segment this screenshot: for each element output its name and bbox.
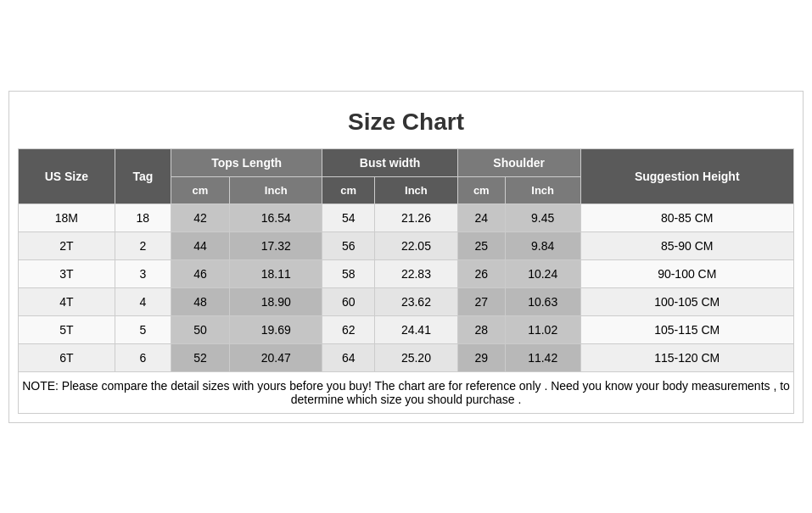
us-size-cell: 2T	[19, 231, 115, 259]
tag-cell: 3	[115, 259, 171, 287]
note-row: NOTE: Please compare the detail sizes wi…	[19, 371, 794, 413]
shoulder-cm-cell: 24	[457, 204, 505, 231]
table-row: 5T 5 50 19.69 62 24.41 28 11.02 105-115 …	[19, 315, 794, 343]
height-cell: 85-90 CM	[580, 231, 793, 259]
bust-cm-cell: 62	[322, 315, 375, 343]
table-row: 2T 2 44 17.32 56 22.05 25 9.84 85-90 CM	[19, 231, 794, 259]
us-size-cell: 6T	[19, 343, 115, 371]
tops-cm-cell: 52	[171, 343, 229, 371]
size-chart-container: Size Chart US Size Tag Tops Length Bust …	[8, 91, 804, 423]
tops-cm-cell: 46	[171, 259, 229, 287]
tops-inch-cell: 18.90	[229, 287, 322, 315]
us-size-cell: 18M	[19, 204, 115, 231]
tag-cell: 18	[115, 204, 171, 231]
shoulder-inch-header: Inch	[505, 176, 580, 204]
table-row: 4T 4 48 18.90 60 23.62 27 10.63 100-105 …	[19, 287, 794, 315]
bust-inch-header: Inch	[375, 176, 458, 204]
tops-inch-cell: 18.11	[229, 259, 322, 287]
bust-cm-header: cm	[322, 176, 375, 204]
us-size-cell: 3T	[19, 259, 115, 287]
bust-cm-cell: 54	[322, 204, 375, 231]
tops-inch-cell: 20.47	[229, 343, 322, 371]
us-size-cell: 5T	[19, 315, 115, 343]
size-chart-table: US Size Tag Tops Length Bust width Shoul…	[18, 148, 794, 414]
table-body: 18M 18 42 16.54 54 21.26 24 9.45 80-85 C…	[19, 204, 794, 371]
tops-inch-cell: 17.32	[229, 231, 322, 259]
table-row: 3T 3 46 18.11 58 22.83 26 10.24 90-100 C…	[19, 259, 794, 287]
bust-width-header: Bust width	[322, 148, 457, 176]
tops-cm-cell: 50	[171, 315, 229, 343]
us-size-cell: 4T	[19, 287, 115, 315]
tops-cm-cell: 48	[171, 287, 229, 315]
shoulder-inch-cell: 9.45	[505, 204, 580, 231]
height-cell: 115-120 CM	[580, 343, 793, 371]
us-size-header: US Size	[19, 148, 115, 204]
tops-length-header: Tops Length	[171, 148, 322, 176]
shoulder-cm-cell: 27	[457, 287, 505, 315]
shoulder-cm-cell: 29	[457, 343, 505, 371]
bust-inch-cell: 22.83	[375, 259, 458, 287]
tag-cell: 4	[115, 287, 171, 315]
bust-inch-cell: 23.62	[375, 287, 458, 315]
shoulder-header: Shoulder	[457, 148, 580, 176]
tops-inch-cell: 19.69	[229, 315, 322, 343]
shoulder-inch-cell: 10.24	[505, 259, 580, 287]
shoulder-cm-cell: 28	[457, 315, 505, 343]
shoulder-inch-cell: 10.63	[505, 287, 580, 315]
height-cell: 100-105 CM	[580, 287, 793, 315]
suggestion-height-header: Suggestion Height	[580, 148, 793, 204]
tag-cell: 6	[115, 343, 171, 371]
shoulder-inch-cell: 9.84	[505, 231, 580, 259]
tops-cm-cell: 44	[171, 231, 229, 259]
header-main-row: US Size Tag Tops Length Bust width Shoul…	[19, 148, 794, 176]
bust-cm-cell: 58	[322, 259, 375, 287]
table-row: 6T 6 52 20.47 64 25.20 29 11.42 115-120 …	[19, 343, 794, 371]
shoulder-inch-cell: 11.42	[505, 343, 580, 371]
bust-cm-cell: 60	[322, 287, 375, 315]
shoulder-inch-cell: 11.02	[505, 315, 580, 343]
shoulder-cm-header: cm	[457, 176, 505, 204]
tag-cell: 5	[115, 315, 171, 343]
bust-inch-cell: 24.41	[375, 315, 458, 343]
height-cell: 90-100 CM	[580, 259, 793, 287]
bust-inch-cell: 25.20	[375, 343, 458, 371]
tops-cm-header: cm	[171, 176, 229, 204]
height-cell: 105-115 CM	[580, 315, 793, 343]
tag-header: Tag	[115, 148, 171, 204]
tops-inch-cell: 16.54	[229, 204, 322, 231]
bust-inch-cell: 22.05	[375, 231, 458, 259]
height-cell: 80-85 CM	[580, 204, 793, 231]
shoulder-cm-cell: 26	[457, 259, 505, 287]
table-row: 18M 18 42 16.54 54 21.26 24 9.45 80-85 C…	[19, 204, 794, 231]
chart-title: Size Chart	[18, 100, 794, 148]
shoulder-cm-cell: 25	[457, 231, 505, 259]
tops-inch-header: Inch	[229, 176, 322, 204]
tops-cm-cell: 42	[171, 204, 229, 231]
bust-inch-cell: 21.26	[375, 204, 458, 231]
tag-cell: 2	[115, 231, 171, 259]
bust-cm-cell: 56	[322, 231, 375, 259]
note-text: NOTE: Please compare the detail sizes wi…	[19, 371, 794, 413]
bust-cm-cell: 64	[322, 343, 375, 371]
